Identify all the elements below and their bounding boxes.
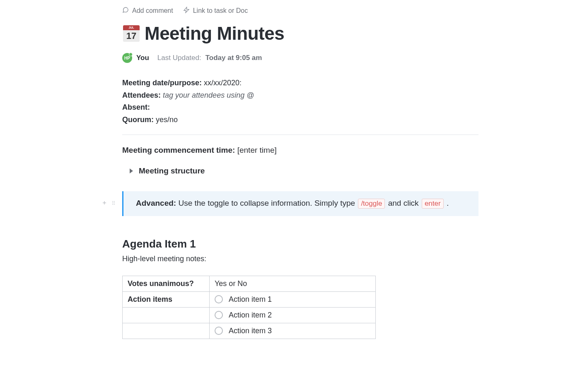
action-item-cell[interactable]: Action item 1 [210,291,376,307]
code-chip-toggle: /toggle [358,199,385,209]
votes-label[interactable]: Votes unanimous? [123,276,210,291]
agenda-heading[interactable]: Agenda Item 1 [122,238,479,250]
table-row: Action item 3 [123,323,376,339]
document-page: Add comment Link to task or Doc JUL 17 M… [122,7,479,339]
callout-text1: Use the toggle to collapse information. … [176,199,357,207]
action-item-text: Action item 2 [229,311,272,320]
empty-cell[interactable] [123,323,210,339]
link-task-button[interactable]: Link to task or Doc [183,7,248,15]
page-title[interactable]: Meeting Minutes [145,23,284,44]
avatar[interactable]: HP [122,53,132,63]
svg-point-5 [114,202,115,203]
info-absent: Absent: [122,101,479,114]
add-comment-button[interactable]: Add comment [122,7,173,15]
callout-text2: and click [386,199,420,207]
info-quorum: Quorum: yes/no [122,114,479,126]
info-date-value: xx/xx/2020: [204,79,242,87]
comment-icon [122,7,129,15]
callout-strong: Advanced: [136,199,176,207]
table-row: Action items Action item 1 [123,291,376,307]
drag-handle-icon[interactable] [111,200,116,207]
action-items-label[interactable]: Action items [123,291,210,307]
info-quorum-label: Quorum: [122,115,154,124]
svg-point-3 [114,201,115,202]
plus-icon[interactable] [102,200,107,207]
radio-icon[interactable] [215,327,223,335]
info-attendees: Attendees: tag your attendees using @ [122,89,479,102]
link-task-label: Link to task or Doc [193,7,248,14]
updated-label: Last Updated: [157,54,201,62]
agenda-table[interactable]: Votes unanimous? Yes or No Action items … [122,276,376,339]
meta-row: HP You Last Updated: Today at 9:05 am [122,53,479,63]
link-icon [183,7,190,15]
author-name: You [136,54,149,62]
info-date: Meeting date/purpose: xx/xx/2020: [122,77,479,89]
title-row: JUL 17 Meeting Minutes [122,23,479,44]
doc-toolbar: Add comment Link to task or Doc [122,7,479,15]
svg-point-2 [112,201,113,202]
action-item-text: Action item 1 [229,295,272,304]
chevron-right-icon [130,168,133,173]
info-absent-label: Absent: [122,103,150,111]
svg-point-7 [114,204,115,204]
svg-point-6 [112,204,113,204]
commence-row[interactable]: Meeting commencement time: [enter time] [122,146,479,155]
table-row: Action item 2 [123,307,376,323]
calendar-month: JUL [123,25,140,30]
add-comment-label: Add comment [132,7,173,14]
commence-label: Meeting commencement time: [122,146,235,154]
info-quorum-value: yes/no [156,115,178,124]
info-attendees-value: tag your attendees using @ [163,91,254,99]
info-date-label: Meeting date/purpose: [122,79,202,87]
action-item-text: Action item 3 [229,327,272,335]
divider [122,135,479,135]
votes-value[interactable]: Yes or No [210,276,376,291]
block-handles [102,200,116,207]
meeting-structure-toggle[interactable]: Meeting structure [130,166,479,176]
toggle-label: Meeting structure [139,166,205,176]
action-item-cell[interactable]: Action item 2 [210,307,376,323]
code-chip-enter: enter [422,199,444,209]
info-attendees-label: Attendees: [122,91,161,99]
calendar-day: 17 [123,30,140,42]
calendar-icon: JUL 17 [122,24,140,43]
svg-point-4 [112,202,113,203]
agenda-sub[interactable]: High-level meeting notes: [122,255,479,263]
radio-icon[interactable] [215,295,223,303]
commence-value: [enter time] [237,146,277,154]
empty-cell[interactable] [123,307,210,323]
info-block[interactable]: Meeting date/purpose: xx/xx/2020: Attend… [122,77,479,126]
updated-value: Today at 9:05 am [205,54,262,62]
callout-content: Advanced: Use the toggle to collapse inf… [122,191,479,216]
callout-block[interactable]: Advanced: Use the toggle to collapse inf… [122,191,479,216]
radio-icon[interactable] [215,311,223,319]
table-row: Votes unanimous? Yes or No [123,276,376,291]
callout-tail: . [445,199,449,207]
action-item-cell[interactable]: Action item 3 [210,323,376,339]
